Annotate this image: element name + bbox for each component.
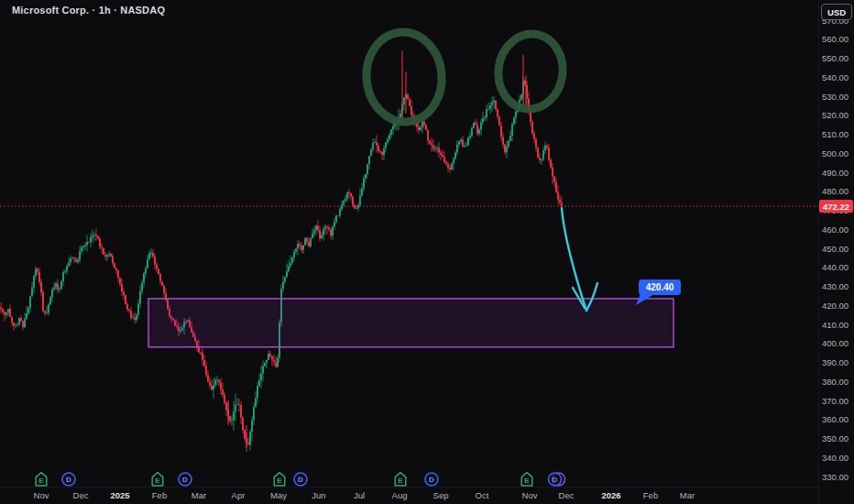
earnings-icon[interactable]: E: [517, 470, 537, 488]
svg-text:D: D: [298, 476, 303, 484]
price-tick: 340.00: [822, 453, 849, 463]
earnings-icon[interactable]: E: [269, 470, 290, 488]
svg-text:E: E: [38, 477, 44, 485]
price-tick: 500.00: [822, 148, 849, 159]
time-tick: Oct: [462, 490, 502, 500]
price-tick: 330.00: [822, 472, 849, 482]
time-tick: Mar: [667, 490, 707, 500]
price-tick: 540.00: [822, 72, 849, 82]
price-tick: 380.00: [822, 377, 849, 387]
time-tick: Sep: [421, 490, 461, 500]
time-tick: Jun: [299, 490, 339, 500]
dividend-icon[interactable]: D: [422, 470, 442, 488]
svg-text:D: D: [66, 476, 71, 484]
dividend-icon[interactable]: D: [546, 470, 566, 488]
time-tick: Apr: [218, 490, 258, 500]
price-axis-separator: [818, 0, 819, 504]
time-tick: Feb: [139, 490, 180, 500]
svg-text:E: E: [277, 477, 282, 485]
earnings-icon[interactable]: E: [390, 470, 411, 488]
svg-text:D: D: [553, 476, 558, 484]
target-price-label[interactable]: 420.40: [639, 279, 681, 295]
time-tick: May: [258, 490, 299, 500]
price-tick: 400.00: [822, 338, 849, 348]
price-tick: 440.00: [822, 262, 849, 272]
symbol-title[interactable]: Microsoft Corp. · 1h · NASDAQ: [12, 5, 165, 16]
svg-text:E: E: [155, 477, 160, 485]
price-tick: 410.00: [822, 320, 849, 330]
price-tick: 420.00: [822, 301, 849, 311]
price-tick: 550.00: [822, 53, 849, 63]
candles: [0, 50, 563, 452]
time-tick: Mar: [179, 490, 219, 500]
price-tick: 350.00: [822, 433, 849, 444]
price-tick: 490.00: [822, 168, 849, 178]
price-tick: 530.00: [822, 92, 849, 102]
svg-text:D: D: [182, 476, 188, 484]
price-tick: 430.00: [822, 281, 849, 291]
price-tick: 450.00: [822, 244, 849, 254]
price-tick: 480.00: [822, 186, 849, 196]
price-tick: 460.00: [822, 225, 849, 235]
time-tick: 2026: [591, 490, 631, 500]
arrow-drawing[interactable]: [562, 208, 586, 311]
price-tick: 360.00: [822, 414, 849, 424]
price-tick: 390.00: [822, 357, 849, 367]
candlestick-chart[interactable]: [0, 0, 854, 504]
dividend-icon[interactable]: D: [290, 470, 311, 488]
time-tick: Feb: [630, 490, 671, 500]
chart-window: Microsoft Corp. · 1h · NASDAQ USD 570.00…: [0, 0, 854, 504]
time-tick: Nov: [21, 490, 61, 500]
svg-text:E: E: [398, 477, 403, 485]
price-tick: 370.00: [822, 396, 849, 406]
svg-text:E: E: [524, 477, 530, 485]
price-tick: 510.00: [822, 129, 849, 139]
earnings-icon[interactable]: E: [148, 470, 168, 488]
time-tick: Nov: [509, 490, 550, 500]
time-tick: 2025: [100, 490, 140, 500]
dividend-icon[interactable]: D: [175, 470, 195, 488]
time-tick: Dec: [60, 490, 101, 500]
time-tick: Jul: [339, 490, 379, 500]
top-circle-drawing[interactable]: [494, 30, 568, 114]
time-tick: Aug: [379, 490, 420, 500]
svg-text:D: D: [429, 476, 434, 484]
price-tick: 520.00: [822, 110, 849, 120]
earnings-icon[interactable]: E: [31, 470, 51, 488]
currency-button[interactable]: USD: [821, 4, 852, 20]
dividend-icon[interactable]: D: [59, 470, 79, 488]
price-tick: 560.00: [822, 34, 849, 44]
last-price-label: 472.22: [819, 200, 853, 213]
zone-rectangle-drawing[interactable]: [148, 299, 673, 347]
time-tick: Dec: [546, 490, 586, 500]
